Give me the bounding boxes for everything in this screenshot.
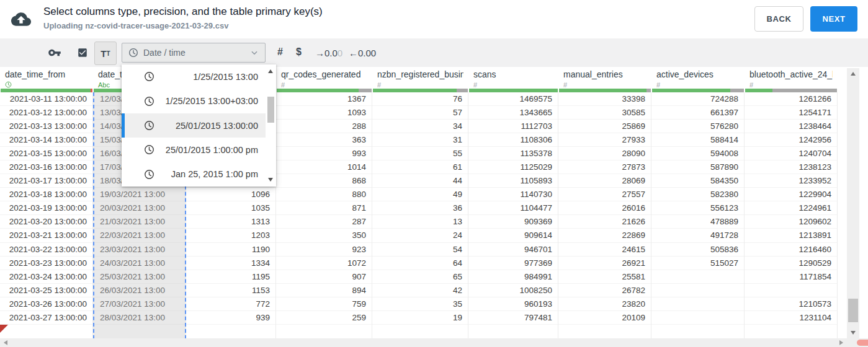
scroll-left-icon[interactable]: [4, 340, 7, 345]
table-cell[interactable]: 350: [276, 229, 372, 242]
table-cell[interactable]: 797481: [468, 311, 558, 325]
dropdown-option[interactable]: 1/25/2015 13:00: [122, 64, 266, 89]
table-cell[interactable]: 724288: [651, 92, 744, 106]
decrease-decimals-button[interactable]: ←0.00: [349, 48, 376, 58]
table-cell[interactable]: 2021-03-22 13:00:00: [0, 243, 92, 257]
table-cell[interactable]: 1233952: [745, 174, 837, 188]
table-cell[interactable]: 1135378: [468, 147, 558, 160]
table-cell[interactable]: 582380: [651, 188, 744, 201]
table-cell[interactable]: 28069: [558, 174, 651, 188]
table-cell[interactable]: 946701: [468, 243, 558, 257]
column-name[interactable]: bluetooth_active_24_hr_: [749, 69, 833, 81]
table-cell[interactable]: 491728: [651, 229, 744, 242]
table-cell[interactable]: 1195: [186, 270, 275, 284]
table-cell[interactable]: 1240704: [745, 147, 837, 160]
table-cell[interactable]: 1254171: [745, 106, 837, 120]
table-cell[interactable]: [651, 270, 744, 284]
table-cell[interactable]: 993: [276, 147, 372, 160]
table-cell[interactable]: 24615: [558, 243, 651, 257]
scroll-down-icon[interactable]: [851, 331, 856, 335]
dropdown-option[interactable]: 25/01/2015 1:00:00 pm: [122, 138, 266, 162]
column-cells[interactable]: 1469575134366511127031108306113537811250…: [468, 92, 558, 339]
table-cell[interactable]: 2021-03-19 13:00:00: [0, 201, 92, 215]
vertical-scrollbar[interactable]: [847, 68, 859, 338]
checkbox-checked-icon[interactable]: [77, 47, 88, 58]
table-cell[interactable]: 19/03/2021 13:00: [94, 188, 185, 201]
dropdown-option[interactable]: Jan 25, 2015 1:00 pm: [122, 162, 266, 187]
table-cell[interactable]: 55: [372, 147, 468, 160]
table-cell[interactable]: [745, 284, 837, 297]
table-cell[interactable]: 868: [276, 174, 372, 188]
column-header[interactable]: bluetooth_active_24_hr_#: [745, 67, 838, 89]
table-cell[interactable]: 1224961: [745, 201, 837, 215]
table-cell[interactable]: 21/03/2021 13:00: [94, 215, 185, 229]
table-cell[interactable]: 2021-03-25 13:00:00: [0, 284, 92, 297]
table-cell[interactable]: 1238464: [745, 120, 837, 133]
table-cell[interactable]: 2021-03-14 13:00:00: [0, 133, 92, 147]
table-cell[interactable]: 65: [372, 270, 468, 284]
table-cell[interactable]: 1140730: [468, 188, 558, 201]
scroll-down-icon[interactable]: [268, 178, 273, 182]
table-cell[interactable]: 22869: [558, 229, 651, 242]
table-cell[interactable]: 1209602: [745, 215, 837, 229]
table-cell[interactable]: 1108306: [468, 133, 558, 147]
table-cell[interactable]: 2021-03-11 13:00:00: [0, 92, 92, 106]
table-cell[interactable]: 21626: [558, 215, 651, 229]
table-cell[interactable]: 1096: [186, 188, 275, 201]
primary-key-icon[interactable]: [48, 48, 61, 58]
table-cell[interactable]: 880: [276, 188, 372, 201]
table-cell[interactable]: 1213891: [745, 229, 837, 242]
table-cell[interactable]: 2021-03-20 13:00:00: [0, 215, 92, 229]
table-cell[interactable]: 1313: [186, 215, 275, 229]
table-cell[interactable]: 2021-03-21 13:00:00: [0, 229, 92, 242]
table-cell[interactable]: 27557: [558, 188, 651, 201]
table-cell[interactable]: 31: [372, 133, 468, 147]
table-cell[interactable]: 1261266: [745, 92, 837, 106]
table-cell[interactable]: 259: [276, 311, 372, 325]
column-header[interactable]: active_devices#: [651, 67, 745, 89]
table-cell[interactable]: 2021-03-15 13:00:00: [0, 147, 92, 160]
table-cell[interactable]: 2021-03-17 13:00:00: [0, 174, 92, 188]
table-cell[interactable]: 23/03/2021 13:00: [94, 243, 185, 257]
table-cell[interactable]: 1242956: [745, 133, 837, 147]
table-cell[interactable]: 909369: [468, 215, 558, 229]
table-cell[interactable]: 1008250: [468, 284, 558, 297]
column-header[interactable]: manual_entries#: [558, 67, 651, 89]
next-button[interactable]: NEXT: [810, 6, 857, 32]
table-cell[interactable]: 27873: [558, 160, 651, 174]
dropdown-option[interactable]: 25/01/2015 13:00:00: [122, 113, 266, 138]
increase-decimals-button[interactable]: →0.00: [315, 48, 342, 58]
table-cell[interactable]: 24/03/2021 13:00: [94, 257, 185, 270]
table-cell[interactable]: 287: [276, 215, 372, 229]
table-cell[interactable]: 576280: [651, 120, 744, 133]
table-cell[interactable]: 19: [372, 311, 468, 325]
table-cell[interactable]: 977369: [468, 257, 558, 270]
table-cell[interactable]: 27933: [558, 133, 651, 147]
table-cell[interactable]: 1238123: [745, 160, 837, 174]
table-cell[interactable]: 1104477: [468, 201, 558, 215]
table-cell[interactable]: 1229904: [745, 188, 837, 201]
table-cell[interactable]: 1216460: [745, 243, 837, 257]
table-cell[interactable]: 26/03/2021 13:00: [94, 284, 185, 297]
table-cell[interactable]: 587890: [651, 160, 744, 174]
back-button[interactable]: BACK: [754, 6, 803, 32]
table-cell[interactable]: 26921: [558, 257, 651, 270]
column-header[interactable]: date_time_from: [0, 67, 93, 89]
column-name[interactable]: manual_entries: [563, 69, 647, 81]
column-name[interactable]: qr_codes_generated: [281, 69, 367, 81]
table-cell[interactable]: 2021-03-16 13:00:00: [0, 160, 92, 174]
table-cell[interactable]: 871: [276, 201, 372, 215]
table-cell[interactable]: 661397: [651, 106, 744, 120]
column-name[interactable]: scans: [473, 69, 553, 81]
table-cell[interactable]: 2021-03-12 13:00:00: [0, 106, 92, 120]
table-cell[interactable]: 1112703: [468, 120, 558, 133]
table-cell[interactable]: 76: [372, 92, 468, 106]
column-cells[interactable]: 1367109328836399310148688808712873509231…: [276, 92, 372, 339]
table-cell[interactable]: 1125029: [468, 160, 558, 174]
column-name[interactable]: active_devices: [656, 69, 740, 81]
table-cell[interactable]: 44: [372, 174, 468, 188]
table-cell[interactable]: 35: [372, 297, 468, 311]
table-cell[interactable]: 1035: [186, 201, 275, 215]
scroll-up-icon[interactable]: [268, 69, 273, 73]
table-cell[interactable]: 36: [372, 201, 468, 215]
